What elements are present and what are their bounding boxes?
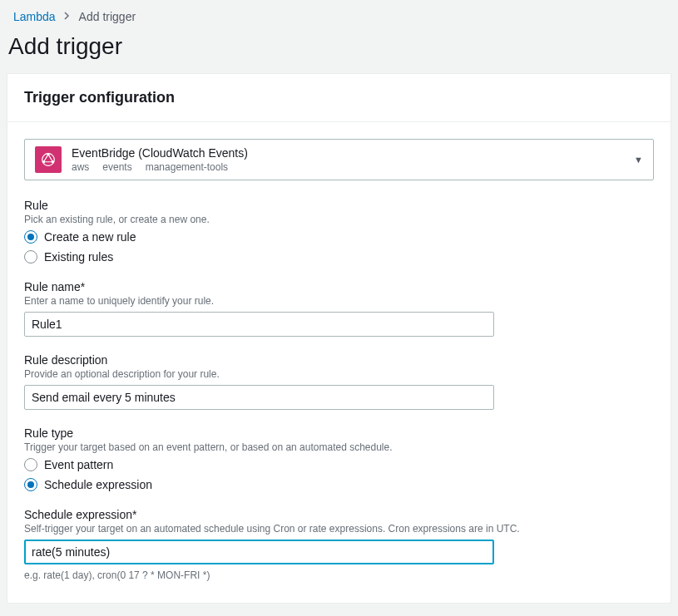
rule-type-label: Rule type — [24, 426, 654, 440]
rule-type-field: Rule type Trigger your target based on a… — [24, 426, 654, 491]
trigger-source-select[interactable]: EventBridge (CloudWatch Events) aws even… — [24, 139, 654, 180]
eventbridge-icon — [35, 146, 62, 173]
rule-name-desc: Enter a name to uniquely identify your r… — [24, 295, 654, 307]
rule-type-desc: Trigger your target based on an event pa… — [24, 441, 654, 453]
trigger-config-panel: Trigger configuration EventBridge (Cloud… — [7, 73, 671, 604]
rule-name-label: Rule name* — [24, 280, 654, 293]
rule-desc: Pick an existing rule, or create a new o… — [24, 214, 654, 225]
rule-description-input[interactable] — [24, 385, 494, 410]
rule-description-label: Rule description — [24, 353, 654, 367]
radio-create-new-rule[interactable]: Create a new rule — [24, 230, 654, 244]
source-title: EventBridge (CloudWatch Events) — [72, 146, 248, 160]
radio-event-pattern[interactable]: Event pattern — [24, 458, 654, 471]
schedule-expression-desc: Self-trigger your target on an automated… — [24, 523, 654, 535]
rule-name-input[interactable] — [24, 312, 494, 337]
radio-icon — [24, 230, 37, 244]
schedule-expression-hint: e.g. rate(1 day), cron(0 17 ? * MON-FRI … — [24, 569, 654, 581]
radio-existing-rules[interactable]: Existing rules — [24, 250, 654, 264]
radio-icon — [24, 478, 37, 491]
rule-name-field: Rule name* Enter a name to uniquely iden… — [24, 280, 654, 337]
chevron-right-icon — [64, 11, 71, 22]
schedule-expression-input[interactable] — [24, 540, 494, 564]
radio-label: Schedule expression — [44, 478, 152, 491]
panel-title: Trigger configuration — [24, 89, 654, 106]
rule-description-desc: Provide an optional description for your… — [24, 368, 654, 380]
page-title: Add trigger — [0, 30, 678, 73]
radio-label: Existing rules — [44, 250, 113, 264]
rule-field: Rule Pick an existing rule, or create a … — [24, 199, 654, 264]
radio-icon — [24, 458, 37, 471]
schedule-expression-field: Schedule expression* Self-trigger your t… — [24, 508, 654, 581]
radio-schedule-expression[interactable]: Schedule expression — [24, 478, 654, 491]
breadcrumb-current: Add trigger — [79, 10, 136, 23]
radio-label: Create a new rule — [44, 230, 136, 244]
breadcrumb: Lambda Add trigger — [0, 0, 678, 30]
source-tags: aws events management-tools — [72, 161, 248, 173]
panel-header: Trigger configuration — [7, 74, 671, 122]
radio-label: Event pattern — [44, 458, 113, 471]
radio-icon — [24, 250, 37, 264]
schedule-expression-label: Schedule expression* — [24, 508, 654, 521]
breadcrumb-root-link[interactable]: Lambda — [13, 10, 56, 23]
rule-description-field: Rule description Provide an optional des… — [24, 353, 654, 410]
caret-down-icon: ▼ — [634, 155, 643, 165]
rule-label: Rule — [24, 199, 654, 212]
